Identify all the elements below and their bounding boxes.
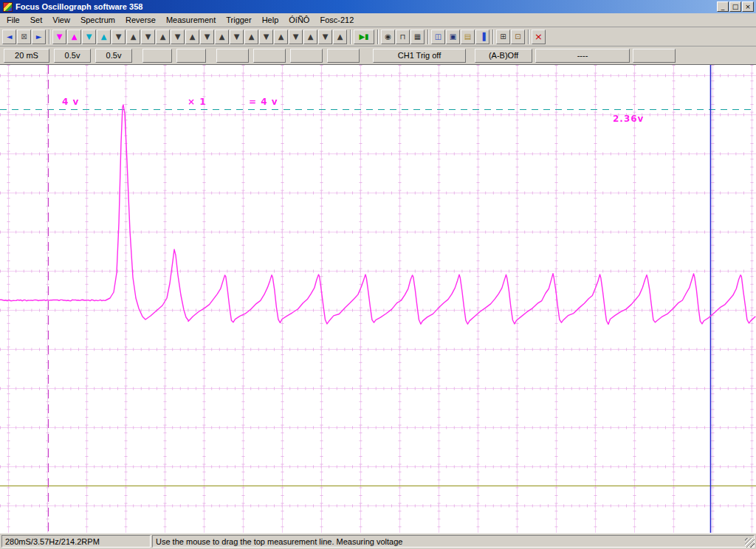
timebase-button[interactable]: 20 mS (4, 49, 49, 63)
statusbar: 280mS/3.57Hz/214.2RPM Use the mouse to d… (0, 533, 756, 549)
menu-file[interactable]: File (1, 14, 25, 26)
toolbar-separator (492, 30, 494, 44)
multiplier-label: × 1 (188, 97, 207, 107)
marker-button[interactable]: ⊠ (17, 30, 31, 44)
shift-down-button[interactable]: ▼ (111, 30, 126, 44)
shift-down-button[interactable]: ▼ (259, 30, 273, 44)
ch1-shift-down-button[interactable]: ▼ (52, 30, 66, 44)
toolbar-separator (427, 30, 429, 44)
minimize-button[interactable]: _ (717, 1, 729, 12)
shift-up-button[interactable]: ▲ (274, 30, 288, 44)
shift-down-button[interactable]: ▼ (141, 30, 155, 44)
save-button[interactable]: ▣ (446, 30, 460, 44)
shift-up-button[interactable]: ▲ (333, 30, 347, 44)
ch1-scale-button[interactable]: 0.5v (54, 49, 91, 63)
menubar: FileSetViewSpectrumReverseMeasurementTri… (0, 13, 756, 27)
close-scope-button[interactable]: × (532, 30, 546, 44)
toolbar-separator (528, 30, 529, 44)
spare-button[interactable] (142, 49, 172, 63)
toolbar-separator (350, 30, 351, 44)
spare-button[interactable] (253, 49, 286, 63)
titlebar[interactable]: Focus Oscillograph software 358 _ □ × (0, 0, 756, 13)
menu-help[interactable]: Help (257, 14, 284, 26)
main-toolbar: ◄⊠►▼▲▼▲▼▲▼▲▼▲▼▲▼▲▼▲▼▲▼▲▶▮◉⊓▦◫▣▤▐⊞⊡× (0, 27, 756, 46)
toolbar-separator (49, 30, 50, 44)
toolbar-separator (377, 30, 379, 44)
close-button[interactable]: × (742, 1, 754, 12)
scroll-right-button[interactable]: ► (32, 30, 46, 44)
open-file-button[interactable]: ▤ (461, 30, 475, 44)
panel-toggle-button[interactable]: ▐ (475, 30, 489, 44)
run-pause-button[interactable]: ▶▮ (354, 30, 374, 44)
menu-fosc-212[interactable]: Fosc-212 (315, 14, 359, 26)
shift-up-button[interactable]: ▲ (244, 30, 258, 44)
menu-view[interactable]: View (47, 14, 75, 26)
spare-button[interactable] (327, 49, 360, 63)
ch2-shift-up-button[interactable]: ▲ (97, 30, 111, 44)
shift-down-button[interactable]: ▼ (200, 30, 214, 44)
split-view-button[interactable]: ◫ (431, 30, 445, 44)
scroll-left-button[interactable]: ◄ (2, 30, 16, 44)
pulse-view-button[interactable]: ⊓ (396, 30, 410, 44)
app-icon (3, 2, 13, 12)
settings-toolbar: 20 mS0.5v0.5vCH1 Trig off(A-B)Off---- (0, 46, 756, 65)
status-measurements: 280mS/3.57Hz/214.2RPM (1, 535, 151, 548)
trigger-mode-button[interactable]: CH1 Trig off (373, 49, 466, 63)
settings-grid-button[interactable]: ⊞ (496, 30, 510, 44)
status-message: Use the mouse to drag the top measuremen… (152, 535, 755, 548)
scope-display[interactable]: 4 v × 1 = 4 v 2.36v (0, 65, 756, 533)
shift-down-button[interactable]: ▼ (289, 30, 303, 44)
waveform-canvas[interactable] (0, 65, 756, 533)
shift-up-button[interactable]: ▲ (156, 30, 170, 44)
menu-reverse[interactable]: Reverse (120, 14, 161, 26)
result-value-label: = 4 v (249, 97, 278, 107)
trigger-point-button[interactable]: ◉ (381, 30, 395, 44)
menu-set[interactable]: Set (25, 14, 48, 26)
cursor-voltage-label: 2.36v (613, 114, 644, 124)
menu-spectrum[interactable]: Spectrum (75, 14, 120, 26)
window-controls: _ □ × (717, 1, 755, 12)
spare-button[interactable] (216, 49, 249, 63)
maximize-button[interactable]: □ (729, 1, 741, 12)
shift-up-button[interactable]: ▲ (185, 30, 199, 44)
cursor-readout-button[interactable]: ---- (535, 49, 630, 63)
grid-toggle-button[interactable]: ▦ (410, 30, 425, 44)
shift-up-button[interactable]: ▲ (215, 30, 229, 44)
ch2-shift-down-button[interactable]: ▼ (82, 30, 96, 44)
ab-mode-button[interactable]: (A-B)Off (475, 49, 532, 63)
spare-button[interactable] (290, 49, 323, 63)
snapshot-button[interactable]: ⊡ (511, 30, 525, 44)
shift-down-button[interactable]: ▼ (230, 30, 244, 44)
menu--[interactable]: ÓíÑÔ (284, 14, 315, 26)
resize-grip[interactable] (745, 538, 755, 548)
range-value-label: 4 v (62, 97, 79, 107)
shift-down-button[interactable]: ▼ (171, 30, 185, 44)
shift-up-button[interactable]: ▲ (303, 30, 317, 44)
menu-measurement[interactable]: Measurement (161, 14, 221, 26)
ch1-shift-up-button[interactable]: ▲ (67, 30, 81, 44)
ch2-scale-button[interactable]: 0.5v (95, 49, 132, 63)
shift-up-button[interactable]: ▲ (126, 30, 140, 44)
menu-trigger[interactable]: Trigger (221, 14, 256, 26)
shift-down-button[interactable]: ▼ (318, 30, 332, 44)
app-window: Focus Oscillograph software 358 _ □ × Fi… (0, 0, 756, 549)
spare-button[interactable] (176, 49, 206, 63)
window-title: Focus Oscillograph software 358 (16, 2, 717, 11)
spare-button[interactable] (633, 49, 676, 63)
